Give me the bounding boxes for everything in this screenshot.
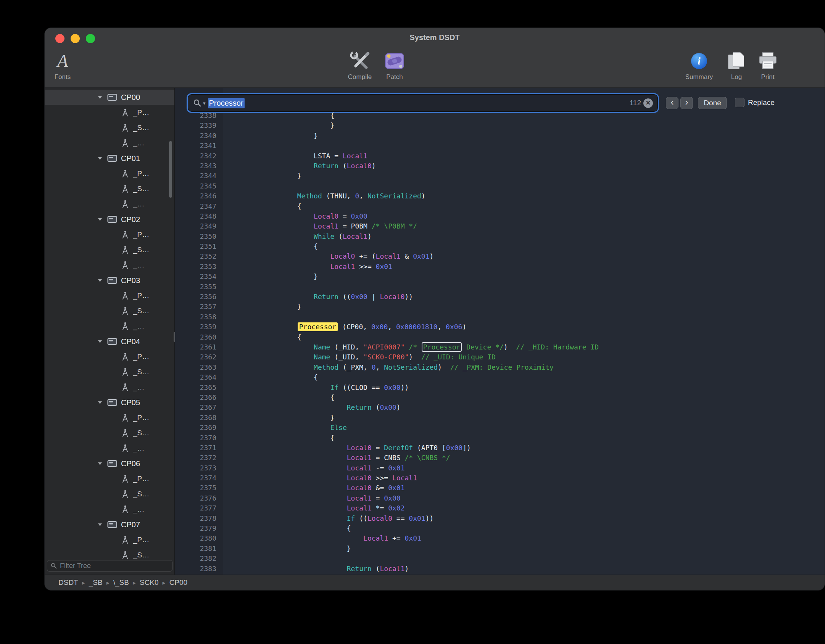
disclosure-triangle-icon[interactable] — [97, 400, 107, 405]
disclosure-triangle-icon[interactable] — [97, 278, 107, 283]
code-line[interactable]: 2365 If ((CLOD == 0x00)) — [175, 383, 825, 393]
disclosure-triangle-icon[interactable] — [97, 461, 107, 466]
tree-group-cp05[interactable]: CP05 — [45, 395, 174, 410]
tree-item[interactable]: _S… — [45, 486, 174, 502]
disclosure-triangle-icon[interactable] — [97, 95, 107, 100]
disclosure-triangle-icon[interactable] — [97, 217, 107, 222]
code-line[interactable]: 2367 Return (0x00) — [175, 402, 825, 412]
tree-item[interactable]: _S… — [45, 425, 174, 441]
tree-item[interactable]: _S… — [45, 364, 174, 380]
code-line[interactable]: 2347 { — [175, 201, 825, 211]
code-line[interactable]: 2372 Local1 = CNBS /* \CNBS */ — [175, 453, 825, 463]
tree-item[interactable]: _… — [45, 441, 174, 456]
print-button[interactable]: Print — [747, 49, 789, 85]
code-line[interactable]: 2370 { — [175, 433, 825, 443]
breadcrumb-item[interactable]: DSDT — [58, 578, 78, 587]
code-line[interactable]: 2344 } — [175, 171, 825, 181]
tree-item[interactable]: _P… — [45, 105, 174, 120]
code-line[interactable]: 2381 } — [175, 544, 825, 554]
tree-item[interactable]: _P… — [45, 166, 174, 181]
tree-item[interactable]: _P… — [45, 532, 174, 547]
code-line[interactable]: 2369 Else — [175, 423, 825, 433]
code-line[interactable]: 2359 Processor (CP00, 0x00, 0x00001810, … — [175, 322, 825, 332]
code-text-area[interactable]: 2338 {2339 }2340 }23412342 LSTA = Local1… — [175, 111, 825, 575]
tree-item[interactable]: _S… — [45, 303, 174, 319]
code-line[interactable]: 2368 } — [175, 413, 825, 423]
tree-item[interactable]: _… — [45, 196, 174, 212]
summary-button[interactable]: i Summary — [678, 49, 720, 85]
code-line[interactable]: 2349 Local1 = P0BM /* \P0BM */ — [175, 221, 825, 231]
tree-item[interactable]: _… — [45, 380, 174, 395]
sidebar-scrollbar[interactable] — [169, 141, 172, 198]
breadcrumb-item[interactable]: CP00 — [169, 578, 188, 587]
code-line[interactable]: 2376 Local1 = 0x00 — [175, 493, 825, 503]
code-line[interactable]: 2383 Return (Local1) — [175, 564, 825, 574]
breadcrumb-item[interactable]: SCK0 — [140, 578, 159, 587]
search-menu-icon[interactable] — [193, 98, 202, 108]
code-line[interactable]: 2355 — [175, 282, 825, 292]
breadcrumb-item[interactable]: \_SB — [113, 578, 129, 587]
code-line[interactable]: 2360 { — [175, 332, 825, 342]
tree-item[interactable]: _S… — [45, 181, 174, 196]
code-line[interactable]: 2341 — [175, 141, 825, 151]
tree-group-cp02[interactable]: CP02 — [45, 212, 174, 227]
code-line[interactable]: 2342 LSTA = Local1 — [175, 151, 825, 161]
tree-group-cp01[interactable]: CP01 — [45, 151, 174, 166]
next-match-button[interactable]: › — [680, 97, 693, 109]
code-line[interactable]: 2371 Local0 = DerefOf (APT0 [0x00]) — [175, 443, 825, 453]
tree-group-cp07[interactable]: CP07 — [45, 517, 174, 532]
breadcrumb-item[interactable]: _SB — [89, 578, 103, 587]
code-line[interactable]: 2361 Name (_HID, "ACPI0007" /* Processor… — [175, 342, 825, 352]
code-line[interactable]: 2354 } — [175, 272, 825, 282]
find-input[interactable]: ▾ Processor 112 ✕ — [188, 95, 657, 111]
code-line[interactable]: 2346 Method (THNU, 0, NotSerialized) — [175, 191, 825, 201]
code-line[interactable]: 2382 — [175, 554, 825, 564]
code-line[interactable]: 2338 { — [175, 111, 825, 121]
code-line[interactable]: 2375 Local0 &= 0x01 — [175, 483, 825, 493]
clear-search-icon[interactable]: ✕ — [643, 98, 653, 108]
disclosure-triangle-icon[interactable] — [97, 522, 107, 527]
tree-group-cp04[interactable]: CP04 — [45, 334, 174, 349]
code-line[interactable]: 2353 Local1 >>= 0x01 — [175, 262, 825, 272]
code-line[interactable]: 2363 Method (_PXM, 0, NotSerialized) // … — [175, 362, 825, 372]
tree-item[interactable]: _P… — [45, 410, 174, 425]
disclosure-triangle-icon[interactable] — [97, 339, 107, 344]
tree-item[interactable]: _… — [45, 319, 174, 334]
code-line[interactable]: 2379 { — [175, 523, 825, 533]
code-line[interactable]: 2343 Return (Local0) — [175, 161, 825, 171]
code-line[interactable]: 2339 } — [175, 121, 825, 130]
code-line[interactable]: 2358 — [175, 312, 825, 322]
tree-group-cp06[interactable]: CP06 — [45, 456, 174, 471]
previous-match-button[interactable]: ‹ — [666, 97, 678, 109]
done-button[interactable]: Done — [698, 97, 727, 109]
tree-item[interactable]: _… — [45, 502, 174, 517]
code-line[interactable]: 2350 While (Local1) — [175, 232, 825, 242]
filter-tree-input[interactable]: Filter Tree — [47, 560, 172, 572]
code-line[interactable]: 2378 If ((Local0 == 0x01)) — [175, 514, 825, 523]
code-line[interactable]: 2373 Local1 -= 0x01 — [175, 463, 825, 473]
patch-button[interactable]: Patch — [374, 49, 416, 85]
code-line[interactable]: 2356 Return ((0x00 | Local0)) — [175, 292, 825, 302]
code-line[interactable]: 2362 Name (_UID, "SCK0-CP00") // _UID: U… — [175, 352, 825, 362]
tree-item[interactable]: _… — [45, 135, 174, 151]
tree-item[interactable]: _P… — [45, 288, 174, 303]
code-line[interactable]: 2351 { — [175, 242, 825, 251]
tree-item[interactable]: _S… — [45, 120, 174, 135]
code-line[interactable]: 2380 Local1 += 0x01 — [175, 533, 825, 543]
code-line[interactable]: 2352 Local0 += (Local1 & 0x01) — [175, 251, 825, 261]
code-line[interactable]: 2366 { — [175, 393, 825, 402]
tree-group-cp03[interactable]: CP03 — [45, 273, 174, 288]
tree-item[interactable]: _P… — [45, 471, 174, 486]
code-line[interactable]: 2345 — [175, 181, 825, 191]
code-line[interactable]: 2340 } — [175, 131, 825, 141]
code-line[interactable]: 2377 Local1 *= 0x02 — [175, 503, 825, 513]
tree-group-cp00[interactable]: CP00 — [45, 90, 174, 105]
replace-checkbox[interactable] — [735, 98, 744, 107]
code-line[interactable]: 2364 { — [175, 372, 825, 382]
fonts-button[interactable]: A Fonts — [44, 49, 84, 85]
code-line[interactable]: 2357 } — [175, 302, 825, 312]
tree-item[interactable]: _… — [45, 258, 174, 273]
code-line[interactable]: 2348 Local0 = 0x00 — [175, 211, 825, 221]
disclosure-triangle-icon[interactable] — [97, 156, 107, 161]
tree-item[interactable]: _P… — [45, 227, 174, 242]
